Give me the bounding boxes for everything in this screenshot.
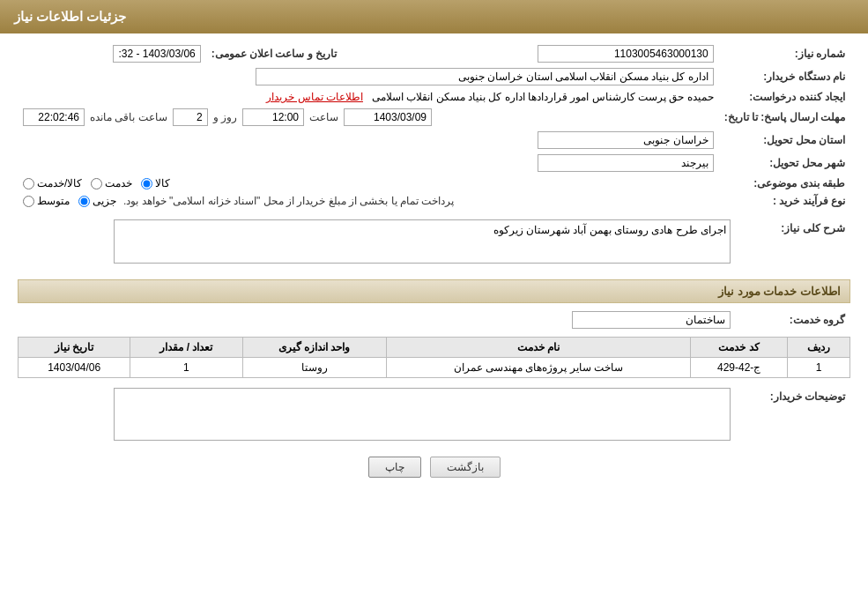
buyer-desc-table: توضیحات خریدار: bbox=[18, 385, 850, 446]
creator-value: حمیده حق پرست کارشناس امور قراردادها ادا… bbox=[372, 91, 714, 103]
province-input[interactable] bbox=[538, 131, 714, 149]
services-section-title: اطلاعات خدمات مورد نیاز bbox=[18, 279, 850, 303]
purchase-type-radio-group: متوسط جزیی bbox=[23, 195, 116, 207]
announce-date-label: تاریخ و ساعت اعلان عمومی: bbox=[206, 42, 342, 65]
table-row: 1ج-42-429ساخت سایر پروژه‌های مهندسی عمرا… bbox=[19, 358, 850, 378]
category-khedmat-radio[interactable] bbox=[91, 178, 102, 189]
deadline-time-label: ساعت bbox=[309, 111, 338, 123]
col-unit: واحد اندازه گیری bbox=[242, 338, 386, 358]
announce-date-input[interactable] bbox=[113, 45, 201, 63]
need-desc-textarea[interactable] bbox=[114, 219, 731, 264]
need-desc-wrapper: اجرای طرح هادی روستای بهمن آباد شهرستان … bbox=[23, 219, 731, 266]
col-date: تاریخ نیاز bbox=[19, 338, 130, 358]
cell-date: 1403/04/06 bbox=[19, 358, 130, 378]
city-input[interactable] bbox=[538, 154, 714, 172]
category-radio-group: کالا/خدمت خدمت کالا bbox=[23, 177, 714, 189]
service-group-input[interactable] bbox=[572, 311, 731, 329]
buyer-desc-label: توضیحات خریدار: bbox=[736, 385, 850, 446]
deadline-time-input[interactable] bbox=[242, 108, 304, 126]
category-kala-label: کالا bbox=[155, 177, 170, 189]
buyer-desc-textarea[interactable] bbox=[114, 388, 731, 441]
buyer-org-input[interactable] bbox=[256, 68, 714, 85]
purchase-desc: پرداخت تمام یا بخشی از مبلغ خریدار از مح… bbox=[123, 195, 454, 207]
city-label: شهر محل تحویل: bbox=[719, 152, 850, 175]
back-button[interactable]: بازگشت bbox=[430, 457, 501, 478]
category-kala-khedmat-label: کالا/خدمت bbox=[37, 177, 82, 189]
page-header: جزئیات اطلاعات نیاز bbox=[0, 0, 868, 33]
cell-code: ج-42-429 bbox=[691, 358, 788, 378]
cell-row: 1 bbox=[787, 358, 849, 378]
category-kala-khedmat-radio[interactable] bbox=[23, 178, 34, 189]
buyer-org-label: نام دستگاه خریدار: bbox=[719, 65, 850, 88]
need-number-input[interactable] bbox=[538, 45, 714, 63]
main-info-table: شماره نیاز: تاریخ و ساعت اعلان عمومی: نا… bbox=[18, 42, 850, 210]
purchase-mottavasit-label: متوسط bbox=[37, 195, 70, 207]
print-button[interactable]: چاپ bbox=[368, 457, 421, 478]
contact-link[interactable]: اطلاعات تماس خریدار bbox=[266, 91, 363, 103]
cell-name: ساخت سایر پروژه‌های مهندسی عمران bbox=[386, 358, 691, 378]
province-label: استان محل تحویل: bbox=[719, 129, 850, 152]
category-kala-radio[interactable] bbox=[141, 178, 152, 189]
purchase-mottavasit-radio[interactable] bbox=[23, 196, 34, 207]
creator-label: ایجاد کننده درخواست: bbox=[719, 88, 850, 106]
deadline-days-label: روز و bbox=[213, 111, 237, 123]
need-desc-label: شرح کلی نیاز: bbox=[736, 217, 850, 269]
category-label: طبقه بندی موضوعی: bbox=[719, 175, 850, 192]
col-qty: تعداد / مقدار bbox=[130, 338, 242, 358]
service-group-label: گروه خدمت: bbox=[736, 308, 850, 331]
buyer-desc-wrapper bbox=[23, 388, 731, 443]
purchase-jozvi-radio[interactable] bbox=[78, 196, 90, 207]
col-name: نام خدمت bbox=[386, 338, 691, 358]
cell-qty: 1 bbox=[130, 358, 242, 378]
page-title: جزئیات اطلاعات نیاز bbox=[14, 9, 126, 24]
col-code: کد خدمت bbox=[691, 338, 788, 358]
deadline-remaining-label: ساعت باقی مانده bbox=[90, 111, 167, 123]
services-table: ردیف کد خدمت نام خدمت واحد اندازه گیری ت… bbox=[18, 337, 850, 378]
btn-area: بازگشت چاپ bbox=[18, 446, 850, 492]
purchase-type-label: نوع فرآیند خرید : bbox=[719, 192, 850, 210]
cell-unit: روستا bbox=[242, 358, 386, 378]
deadline-label: مهلت ارسال پاسخ: تا تاریخ: bbox=[719, 106, 850, 129]
service-group-table: گروه خدمت: bbox=[18, 308, 850, 331]
col-row: ردیف bbox=[787, 338, 849, 358]
deadline-remaining-input[interactable] bbox=[23, 108, 85, 126]
category-khedmat-label: خدمت bbox=[105, 177, 132, 189]
deadline-days-input[interactable] bbox=[173, 108, 208, 126]
need-number-label: شماره نیاز: bbox=[719, 42, 850, 65]
purchase-jozvi-label: جزیی bbox=[93, 195, 116, 207]
deadline-date-input[interactable] bbox=[344, 108, 432, 126]
need-desc-table: شرح کلی نیاز: اجرای طرح هادی روستای بهمن… bbox=[18, 217, 850, 269]
